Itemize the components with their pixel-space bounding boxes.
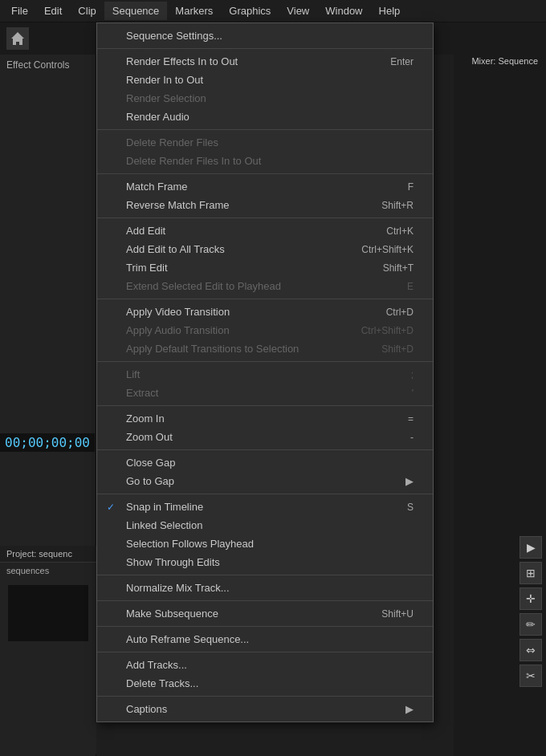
menu-captions[interactable]: Captions ▶ bbox=[97, 700, 433, 718]
menu-apply-default-trans[interactable]: Apply Default Transitions to Selection S… bbox=[97, 339, 433, 358]
menu-render-effects[interactable]: Render Effects In to Out Enter bbox=[97, 52, 433, 71]
menu-sep-5 bbox=[97, 299, 433, 299]
menu-lift[interactable]: Lift ; bbox=[97, 365, 433, 384]
menu-delete-render-in-out[interactable]: Delete Render Files In to Out bbox=[97, 152, 433, 170]
menu-add-tracks[interactable]: Add Tracks... bbox=[97, 656, 433, 674]
snap-checkmark: ✓ bbox=[107, 502, 115, 513]
menu-zoom-out[interactable]: Zoom Out - bbox=[97, 428, 433, 446]
menu-help[interactable]: Help bbox=[371, 2, 409, 20]
effect-controls-panel: Effect Controls bbox=[0, 55, 96, 75]
menu-clip[interactable]: Clip bbox=[70, 2, 104, 20]
menu-selection-follows[interactable]: Selection Follows Playhead bbox=[97, 534, 433, 553]
menu-window[interactable]: Window bbox=[317, 2, 370, 20]
project-panel: Project: sequenc sequences bbox=[0, 546, 96, 754]
menu-linked-selection[interactable]: Linked Selection bbox=[97, 516, 433, 534]
menu-sep-3 bbox=[97, 173, 433, 174]
timecode: 00;00;00;00 bbox=[0, 433, 95, 452]
menu-sep-6 bbox=[97, 361, 433, 362]
menu-reverse-match[interactable]: Reverse Match Frame Shift+R bbox=[97, 196, 433, 214]
sequences-label: sequences bbox=[0, 563, 96, 579]
tool-move[interactable]: ✛ bbox=[520, 587, 542, 610]
menu-match-frame[interactable]: Match Frame F bbox=[97, 177, 433, 196]
menu-sep-7 bbox=[97, 405, 433, 406]
menu-view[interactable]: View bbox=[279, 2, 317, 20]
captions-arrow: ▶ bbox=[405, 703, 420, 715]
menu-graphics[interactable]: Graphics bbox=[221, 2, 279, 20]
menu-extend-edit[interactable]: Extend Selected Edit to Playhead E bbox=[97, 277, 433, 295]
menu-sep-13 bbox=[97, 652, 433, 652]
menu-markers[interactable]: Markers bbox=[167, 2, 221, 20]
menu-sequence[interactable]: Sequence bbox=[104, 2, 168, 20]
tool-ripple[interactable]: ⊞ bbox=[520, 562, 542, 584]
tool-select[interactable]: ▶ bbox=[520, 536, 542, 559]
tool-razor[interactable]: ✂ bbox=[520, 665, 542, 687]
menu-sep-4 bbox=[97, 217, 433, 218]
tool-buttons: ▶ ⊞ ✛ ✏ ⇔ ✂ bbox=[520, 536, 542, 687]
project-label: Project: sequenc bbox=[0, 546, 96, 563]
menu-sep-8 bbox=[97, 449, 433, 450]
menu-extract[interactable]: Extract ' bbox=[97, 384, 433, 402]
menu-apply-audio-trans[interactable]: Apply Audio Transition Ctrl+Shift+D bbox=[97, 321, 433, 339]
menu-apply-video-trans[interactable]: Apply Video Transition Ctrl+D bbox=[97, 303, 433, 321]
menu-sep-12 bbox=[97, 626, 433, 627]
menu-render-in-out[interactable]: Render In to Out bbox=[97, 71, 433, 89]
sequence-dropdown-menu: Sequence Settings... Render Effects In t… bbox=[96, 22, 434, 722]
menu-add-edit[interactable]: Add Edit Ctrl+K bbox=[97, 222, 433, 240]
menu-sep-1 bbox=[97, 48, 433, 49]
menu-sep-2 bbox=[97, 129, 433, 130]
menu-delete-tracks[interactable]: Delete Tracks... bbox=[97, 674, 433, 693]
tool-pen[interactable]: ✏ bbox=[520, 613, 542, 636]
menubar: File Edit Clip Sequence Markers Graphics… bbox=[0, 0, 546, 22]
go-to-gap-arrow: ▶ bbox=[405, 475, 420, 487]
menu-sep-11 bbox=[97, 600, 433, 601]
menu-delete-render[interactable]: Delete Render Files bbox=[97, 133, 433, 152]
menu-zoom-in[interactable]: Zoom In = bbox=[97, 409, 433, 428]
tool-slip[interactable]: ⇔ bbox=[520, 639, 542, 661]
menu-make-subseq[interactable]: Make Subsequence Shift+U bbox=[97, 604, 433, 623]
menu-snap-in-timeline[interactable]: ✓ Snap in Timeline S bbox=[97, 498, 433, 516]
right-panel: ▶ ⊞ ✛ ✏ ⇔ ✂ bbox=[454, 22, 546, 756]
menu-close-gap[interactable]: Close Gap bbox=[97, 453, 433, 472]
menu-sep-10 bbox=[97, 575, 433, 575]
menu-render-audio[interactable]: Render Audio bbox=[97, 108, 433, 126]
mixer-label: Mixer: Sequence bbox=[471, 56, 538, 66]
menu-normalize-mix[interactable]: Normalize Mix Track... bbox=[97, 579, 433, 597]
menu-sequence-settings[interactable]: Sequence Settings... bbox=[97, 26, 433, 45]
menu-edit[interactable]: Edit bbox=[36, 2, 70, 20]
menu-sep-9 bbox=[97, 494, 433, 494]
menu-sep-14 bbox=[97, 696, 433, 697]
menu-render-selection[interactable]: Render Selection bbox=[97, 89, 433, 108]
menu-show-through-edits[interactable]: Show Through Edits bbox=[97, 553, 433, 571]
menu-go-to-gap[interactable]: Go to Gap ▶ bbox=[97, 472, 433, 490]
menu-auto-reframe[interactable]: Auto Reframe Sequence... bbox=[97, 630, 433, 648]
menu-file[interactable]: File bbox=[3, 2, 36, 20]
home-icon bbox=[6, 27, 29, 50]
media-thumbnail bbox=[8, 585, 88, 641]
menu-trim-edit[interactable]: Trim Edit Shift+T bbox=[97, 258, 433, 277]
menu-add-edit-all[interactable]: Add Edit to All Tracks Ctrl+Shift+K bbox=[97, 240, 433, 258]
